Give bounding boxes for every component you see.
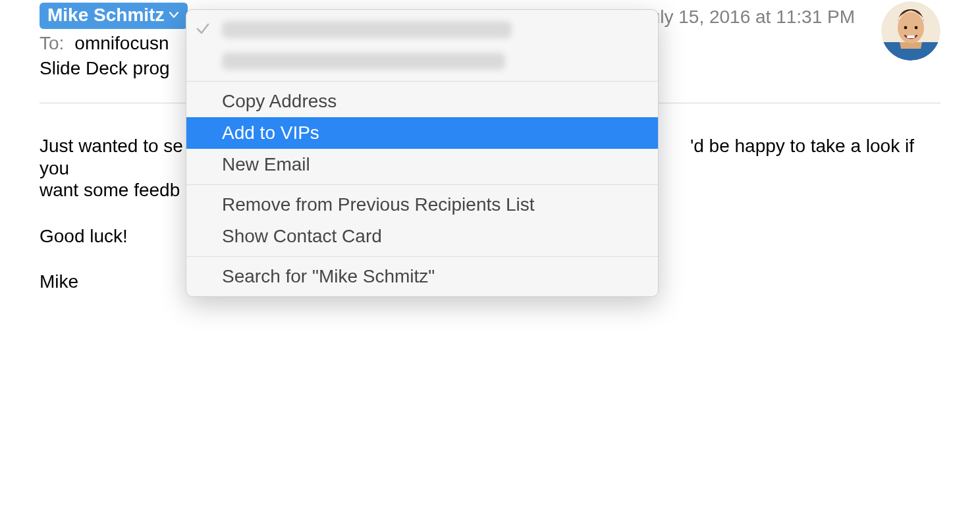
menu-item-label: Show Contact Card: [222, 226, 382, 247]
to-label: To:: [40, 33, 64, 53]
menu-item-email-address-1[interactable]: [186, 14, 658, 45]
menu-item-label: New Email: [222, 154, 310, 175]
menu-item-copy-address[interactable]: Copy Address: [186, 86, 658, 117]
to-value: omnifocusn: [74, 33, 169, 53]
body-text: Just wanted to se: [40, 136, 183, 156]
menu-item-email-address-2[interactable]: [186, 45, 658, 77]
avatar: [881, 1, 940, 61]
sender-context-menu: Copy Address Add to VIPs New Email Remov…: [186, 9, 659, 297]
menu-item-search[interactable]: Search for "Mike Schmitz": [186, 261, 658, 292]
redacted-email: [222, 21, 512, 38]
menu-item-label: Remove from Previous Recipients List: [222, 194, 535, 215]
checkmark-icon: [196, 19, 210, 40]
menu-item-show-contact-card[interactable]: Show Contact Card: [186, 221, 658, 252]
svg-rect-6: [907, 36, 915, 38]
message-datetime: July 15, 2016 at 11:31 PM: [641, 7, 855, 28]
menu-item-add-to-vips[interactable]: Add to VIPs: [186, 117, 658, 149]
menu-item-new-email[interactable]: New Email: [186, 149, 658, 180]
redacted-email: [222, 53, 505, 70]
menu-item-label: Copy Address: [222, 91, 337, 112]
menu-item-label: Add to VIPs: [222, 122, 319, 144]
body-text: want some feedb: [40, 180, 180, 200]
menu-item-remove-previous-recipients[interactable]: Remove from Previous Recipients List: [186, 189, 658, 221]
menu-item-label: Search for "Mike Schmitz": [222, 266, 435, 287]
sender-dropdown[interactable]: Mike Schmitz: [40, 3, 188, 29]
sender-name: Mike Schmitz: [47, 5, 164, 26]
svg-point-4: [904, 26, 908, 30]
chevron-down-icon: [169, 12, 178, 18]
svg-point-5: [915, 26, 918, 30]
subject-text: Slide Deck prog: [40, 58, 170, 78]
